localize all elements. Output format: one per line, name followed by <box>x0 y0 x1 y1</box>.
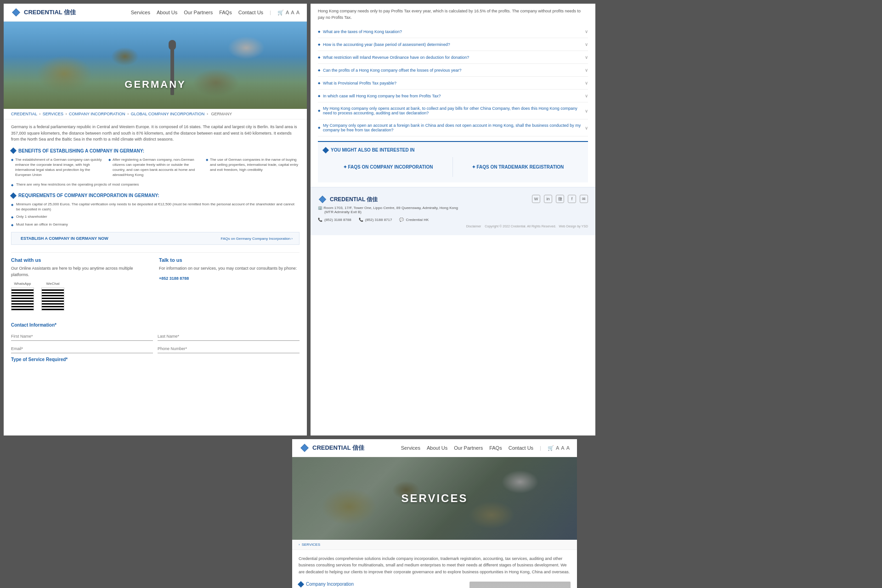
phone-input[interactable] <box>158 345 300 353</box>
linkedin-social-icon[interactable]: in <box>544 195 552 203</box>
services-image <box>469 582 571 588</box>
service-diamond-1 <box>298 581 304 588</box>
requirements-list: ◆ Minimum capital of 25,000 Euros. The c… <box>11 202 300 227</box>
benefit-extra-text: There are very few restrictions on the o… <box>16 182 139 187</box>
also-card-company-inc[interactable]: ✦ FAQS ON COMPANY INCORPORATION <box>323 157 453 177</box>
faq-item-2: How is the accounting year (base period … <box>318 38 588 51</box>
email-input[interactable] <box>11 345 153 353</box>
main-content: Germany is a federal parliamentary repub… <box>4 119 307 371</box>
germany-panel: CREDENTIAL 信佳 Services About Us Our Part… <box>4 4 307 435</box>
email-social-icon[interactable]: ✉ <box>580 195 588 203</box>
last-name-input[interactable] <box>158 332 300 341</box>
footer-addr-text1: Room 1703, 17/F, Tower One, Lippo Centre… <box>323 206 458 210</box>
svc-nav-faqs[interactable]: FAQs <box>489 445 502 451</box>
also-interested-section: YOU MIGHT ALSO BE INTERESTED IN ✦ FAQS O… <box>318 141 588 182</box>
req-text-2: Only 1 shareholder <box>16 214 47 219</box>
svc-font-small[interactable]: A <box>556 445 559 451</box>
services-logo[interactable]: CREDENTIAL 信佳 <box>300 443 364 453</box>
footer-logo-row: CREDENTIAL 信佳 🏢 Room 1703, 17/F, Tower O… <box>318 195 588 214</box>
faq-question-8[interactable]: My Company only open an account at a for… <box>318 123 588 132</box>
requirements-title: REQUIREMENTS OF COMPANY INCORPORATION IN… <box>18 193 159 198</box>
bc-sep2: › <box>66 112 67 116</box>
font-size-small[interactable]: A <box>286 10 289 16</box>
svc-font-icons[interactable]: 🛒 A A A <box>548 445 570 451</box>
faq-question-7[interactable]: My Hong Kong company only opens account … <box>318 106 588 115</box>
faq-q8-text: My Company only open an account at a for… <box>318 123 585 132</box>
req-1: ◆ Minimum capital of 25,000 Euros. The c… <box>11 202 300 212</box>
wechat-social-icon[interactable]: 微 <box>556 195 564 203</box>
service-type-label: Type of Service Required* <box>11 357 300 362</box>
faqs-link[interactable]: FAQs on Germany Company Incorporation <box>220 237 293 241</box>
faq-chevron-5: ∨ <box>585 80 588 85</box>
req-bullet-2: ◆ <box>11 215 13 220</box>
svg-marker-5 <box>301 445 308 451</box>
font-icon-cart[interactable]: 🛒 <box>277 10 284 16</box>
svc-cart-icon[interactable]: 🛒 <box>548 445 554 451</box>
faq-q5-text: What is Provisional Profits Tax payable? <box>318 81 396 85</box>
nav-services[interactable]: Services <box>131 10 150 15</box>
breadcrumb: CREDENTIAL › SERVICES › COMPANY INCORPOR… <box>4 109 307 119</box>
also-interested-title: YOU MIGHT ALSO BE INTERESTED IN <box>331 147 414 153</box>
nav-about[interactable]: About Us <box>157 10 177 15</box>
requirements-header: REQUIREMENTS OF COMPANY INCORPORATION IN… <box>11 193 300 198</box>
services-hero: SERVICES <box>292 457 577 540</box>
svc-font-med[interactable]: A <box>561 445 564 451</box>
font-size-icons[interactable]: 🛒 A A A <box>277 10 300 16</box>
services-breadcrumb-label[interactable]: SERVICES <box>302 543 320 547</box>
nav-faqs[interactable]: FAQs <box>219 10 232 15</box>
faq-question-5[interactable]: What is Provisional Profits Tax payable?… <box>318 80 588 85</box>
faq-panel: Hong Kong company needs only to pay Prof… <box>311 4 595 435</box>
first-name-input[interactable] <box>11 332 153 341</box>
chat-desc: Our Online Assistants are here to help y… <box>11 266 152 278</box>
breadcrumb-credential[interactable]: CREDENTIAL <box>11 112 37 116</box>
plus-icon-2: ✦ <box>472 164 477 170</box>
footer-addr-line1: 🏢 Room 1703, 17/F, Tower One, Lippo Cent… <box>318 206 458 210</box>
svc-nav-partners[interactable]: Our Partners <box>454 445 483 451</box>
also-card-trademark[interactable]: ✦ FAQS ON TRADEMARK REGISTRATION <box>453 157 582 177</box>
wechat-qr-code <box>41 288 64 311</box>
font-size-medium[interactable]: A <box>291 10 294 16</box>
faq-question-1[interactable]: What are the taxes of Hong Kong taxation… <box>318 29 588 34</box>
chevron-right-icon: › <box>299 543 300 547</box>
svc-nav-about[interactable]: About Us <box>427 445 447 451</box>
faq-question-2[interactable]: How is the accounting year (base period … <box>318 42 588 47</box>
svc-nav-services[interactable]: Services <box>401 445 420 451</box>
bc-sep3: › <box>127 112 129 116</box>
nav-links: Services About Us Our Partners FAQs Cont… <box>131 10 300 16</box>
breadcrumb-global[interactable]: GLOBAL COMPANY INCORPORATION <box>131 112 205 116</box>
services-image-content <box>469 582 571 588</box>
faq-question-3[interactable]: What restriction will Inland Revenue Ord… <box>318 55 588 60</box>
hero-title: GERMANY <box>4 79 307 90</box>
req-diamond-icon <box>10 192 17 198</box>
faq-question-4[interactable]: Can the profits of a Hong Kong company o… <box>318 68 588 73</box>
footer-address: 🏢 Room 1703, 17/F, Tower One, Lippo Cent… <box>318 206 458 214</box>
contact-info-title: Contact Information* <box>11 322 300 328</box>
addr-icon: 🏢 <box>318 206 323 210</box>
last-name-field <box>158 332 300 341</box>
faq-q7-text: My Hong Kong company only opens account … <box>318 106 585 115</box>
footer-addr-line2: (MTR Admiralty Exit B) <box>318 210 458 214</box>
also-card-2-text: FAQS ON TRADEMARK REGISTRATION <box>476 164 564 170</box>
bc-sep4: › <box>207 112 208 116</box>
also-interested-header: YOU MIGHT ALSO BE INTERESTED IN <box>323 147 582 153</box>
faq-question-6[interactable]: In which case will Hong Kong company be … <box>318 93 588 98</box>
req-2: ◆ Only 1 shareholder <box>11 214 300 220</box>
logo[interactable]: CREDENTIAL 信佳 <box>11 7 76 17</box>
breadcrumb-company-inc[interactable]: COMPANY INCORPORATION <box>69 112 125 116</box>
nav-contact[interactable]: Contact Us <box>238 10 263 15</box>
svc-nav-contact[interactable]: Contact Us <box>509 445 533 451</box>
disclaimer-link[interactable]: Disclaimer <box>466 225 481 228</box>
svc-font-large[interactable]: A <box>566 445 570 451</box>
web-design-text: Web Design by YSD <box>559 225 588 228</box>
facebook-social-icon[interactable]: f <box>568 195 576 203</box>
whatsapp-social-icon[interactable]: W <box>532 195 540 203</box>
svg-marker-3 <box>320 197 326 203</box>
footer-logo-text: CREDENTIAL 信佳 <box>330 196 378 204</box>
breadcrumb-services[interactable]: SERVICES <box>43 112 63 116</box>
service-item-1[interactable]: Company Incorporation <box>299 582 464 587</box>
benefit-extra: ◆ There are very few restrictions on the… <box>11 182 300 187</box>
font-size-large[interactable]: A <box>296 10 300 16</box>
hero-image: GERMANY <box>4 22 307 109</box>
nav-partners[interactable]: Our Partners <box>184 10 213 15</box>
req-text-3: Must have an office in Germany <box>16 222 68 227</box>
